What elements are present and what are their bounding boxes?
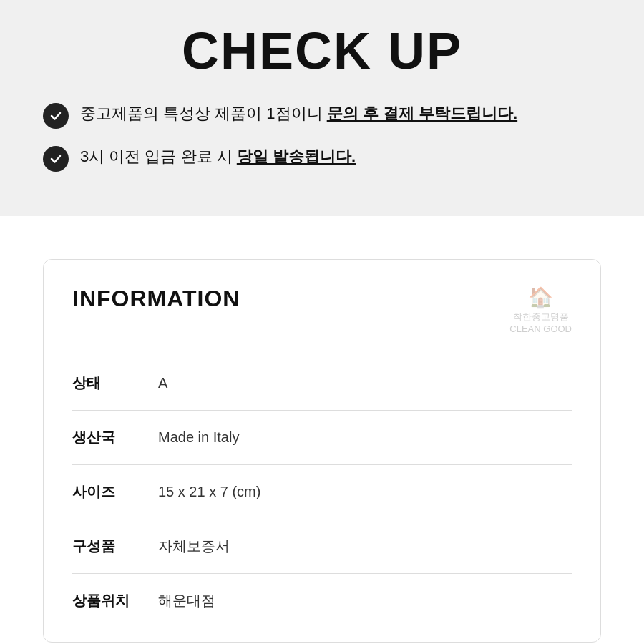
page-title: CHECK UP [43, 14, 601, 102]
info-label-size: 사이즈 [72, 482, 158, 502]
watermark-icon: 🏠 [509, 286, 572, 309]
info-value-origin: Made in Italy [158, 429, 239, 446]
info-row-size: 사이즈 15 x 21 x 7 (cm) [72, 464, 572, 519]
info-value-size: 15 x 21 x 7 (cm) [158, 484, 260, 500]
check-item-2: 3시 이전 입금 완료 시 당일 발송됩니다. [43, 145, 601, 172]
info-value-location: 해운대점 [158, 591, 215, 610]
check-item-1: 중고제품의 특성상 제품이 1점이니 문의 후 결제 부탁드립니다. [43, 102, 601, 129]
info-label-status: 상태 [72, 374, 158, 393]
watermark: 🏠 착한중고명품 CLEAN GOOD [509, 286, 572, 334]
info-row-origin: 생산국 Made in Italy [72, 410, 572, 464]
info-row-components: 구성품 자체보증서 [72, 519, 572, 573]
info-label-origin: 생산국 [72, 428, 158, 447]
info-row-location: 상품위치 해운대점 [72, 573, 572, 628]
checkmark-icon-2 [43, 146, 69, 172]
info-card: INFORMATION 🏠 착한중고명품 CLEAN GOOD 상태 A 생산국… [43, 259, 601, 643]
top-section: CHECK UP 중고제품의 특성상 제품이 1점이니 문의 후 결제 부탁드립… [0, 0, 644, 216]
check-text-2-bold: 당일 발송됩니다. [237, 147, 356, 165]
info-value-status: A [158, 375, 167, 391]
watermark-sub: CLEAN GOOD [509, 323, 572, 334]
info-row-status: 상태 A [72, 356, 572, 410]
info-header: INFORMATION 🏠 착한중고명품 CLEAN GOOD [72, 286, 572, 334]
check-text-1-bold: 문의 후 결제 부탁드립니다. [327, 104, 517, 122]
info-value-components: 자체보증서 [158, 537, 230, 556]
info-label-components: 구성품 [72, 537, 158, 556]
info-label-location: 상품위치 [72, 591, 158, 610]
info-section: INFORMATION 🏠 착한중고명품 CLEAN GOOD 상태 A 생산국… [0, 216, 644, 644]
checkmark-icon-1 [43, 103, 69, 129]
info-title: INFORMATION [72, 286, 240, 312]
check-text-1: 중고제품의 특성상 제품이 1점이니 문의 후 결제 부탁드립니다. [80, 102, 517, 125]
watermark-brand: 착한중고명품 [509, 311, 572, 323]
check-text-2: 3시 이전 입금 완료 시 당일 발송됩니다. [80, 145, 356, 168]
